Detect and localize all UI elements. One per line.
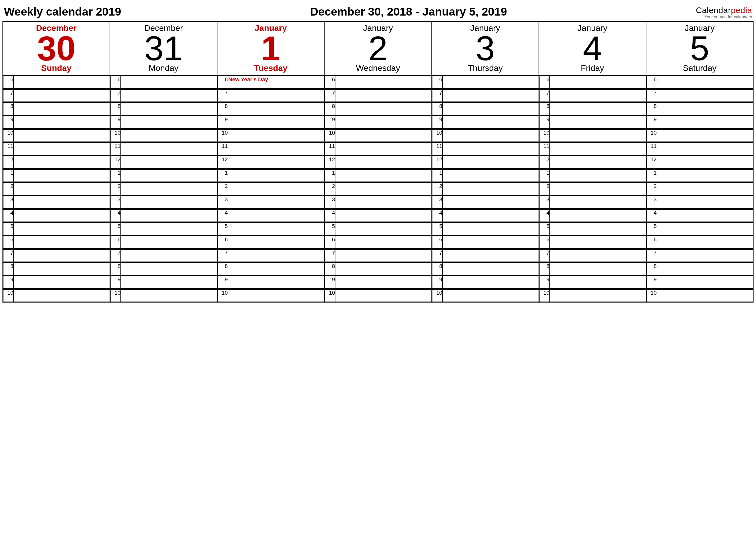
hour-cell[interactable]: 4 (217, 209, 324, 222)
hour-cell[interactable]: 8 (539, 102, 646, 116)
hour-slot[interactable] (657, 116, 753, 128)
hour-cell[interactable]: 10 (3, 129, 110, 142)
hour-slot[interactable] (335, 129, 431, 142)
hour-slot[interactable] (443, 263, 539, 275)
hour-slot[interactable] (228, 209, 324, 222)
hour-slot[interactable] (335, 249, 431, 262)
hour-slot[interactable] (121, 290, 217, 302)
hour-cell[interactable]: 6 (3, 235, 110, 249)
hour-slot[interactable] (335, 143, 431, 155)
hour-cell[interactable]: 6 (539, 235, 646, 249)
hour-cell[interactable]: 10 (110, 129, 217, 142)
hour-slot[interactable] (657, 129, 753, 142)
hour-cell[interactable]: 7 (3, 249, 110, 262)
hour-cell[interactable]: 6 (110, 235, 217, 249)
hour-slot[interactable] (335, 156, 431, 168)
hour-cell[interactable]: 7 (432, 249, 539, 262)
hour-cell[interactable]: 10 (217, 289, 324, 302)
hour-slot[interactable] (443, 156, 539, 168)
hour-cell[interactable]: 5 (3, 222, 110, 235)
hour-slot[interactable] (228, 116, 324, 128)
hour-cell[interactable]: 4 (3, 209, 110, 222)
hour-cell[interactable]: 2 (646, 182, 753, 195)
hour-slot[interactable] (121, 196, 217, 208)
hour-slot[interactable] (335, 196, 431, 208)
hour-slot[interactable] (14, 276, 110, 289)
hour-slot[interactable] (121, 156, 217, 168)
hour-cell[interactable]: 4 (324, 209, 431, 222)
hour-slot[interactable] (121, 276, 217, 289)
hour-slot[interactable] (550, 103, 646, 115)
hour-slot[interactable] (550, 223, 646, 235)
hour-slot[interactable] (550, 236, 646, 248)
hour-cell[interactable]: 9 (646, 116, 753, 129)
hour-cell[interactable]: 8 (3, 262, 110, 276)
hour-slot[interactable] (228, 103, 324, 115)
hour-slot[interactable] (657, 169, 753, 182)
hour-slot[interactable] (657, 290, 753, 302)
hour-cell[interactable]: 10 (324, 289, 431, 302)
hour-cell[interactable]: 9 (217, 116, 324, 129)
hour-cell[interactable]: 7 (324, 89, 431, 102)
hour-cell[interactable]: 9 (3, 276, 110, 289)
hour-slot[interactable] (335, 169, 431, 182)
hour-slot[interactable] (443, 76, 539, 88)
hour-cell[interactable]: 12 (539, 155, 646, 169)
hour-slot[interactable] (657, 236, 753, 248)
hour-cell[interactable]: 5 (217, 222, 324, 235)
hour-cell[interactable]: 3 (432, 195, 539, 209)
hour-slot[interactable] (335, 209, 431, 222)
hour-slot[interactable] (550, 116, 646, 128)
hour-slot[interactable] (335, 276, 431, 289)
hour-slot[interactable] (14, 196, 110, 208)
hour-slot[interactable] (228, 89, 324, 102)
hour-cell[interactable]: 5 (324, 222, 431, 235)
hour-cell[interactable]: 4 (646, 209, 753, 222)
hour-cell[interactable]: 9 (432, 276, 539, 289)
hour-cell[interactable]: 3 (646, 195, 753, 209)
hour-slot[interactable] (443, 103, 539, 115)
hour-slot[interactable] (657, 276, 753, 289)
hour-slot[interactable] (14, 103, 110, 115)
hour-cell[interactable]: 10 (539, 289, 646, 302)
hour-cell[interactable]: 9 (539, 116, 646, 129)
hour-slot[interactable] (335, 263, 431, 275)
hour-slot[interactable] (228, 263, 324, 275)
hour-slot[interactable] (121, 103, 217, 115)
hour-cell[interactable]: 11 (432, 142, 539, 155)
hour-cell[interactable]: 4 (539, 209, 646, 222)
hour-slot[interactable] (443, 249, 539, 262)
hour-slot[interactable] (657, 209, 753, 222)
hour-cell[interactable]: 11 (539, 142, 646, 155)
hour-cell[interactable]: 6 (646, 76, 753, 89)
hour-cell[interactable]: 3 (110, 195, 217, 209)
hour-cell[interactable]: 4 (110, 209, 217, 222)
hour-slot[interactable] (14, 209, 110, 222)
hour-slot[interactable] (14, 116, 110, 128)
hour-cell[interactable]: 10 (432, 129, 539, 142)
hour-slot[interactable] (550, 290, 646, 302)
hour-slot[interactable] (443, 223, 539, 235)
hour-cell[interactable]: 5 (646, 222, 753, 235)
hour-cell[interactable]: 1 (3, 169, 110, 182)
hour-cell[interactable]: 10 (539, 129, 646, 142)
hour-cell[interactable]: 11 (217, 142, 324, 155)
hour-slot[interactable] (121, 129, 217, 142)
hour-slot[interactable] (443, 116, 539, 128)
hour-cell[interactable]: 9 (646, 276, 753, 289)
hour-cell[interactable]: 7 (646, 249, 753, 262)
hour-slot[interactable] (228, 183, 324, 195)
hour-slot[interactable] (121, 89, 217, 102)
hour-cell[interactable]: 8 (432, 262, 539, 276)
hour-cell[interactable]: 8 (3, 102, 110, 116)
hour-slot[interactable] (550, 143, 646, 155)
hour-cell[interactable]: 6 (217, 235, 324, 249)
hour-cell[interactable]: 3 (217, 195, 324, 209)
hour-slot[interactable] (14, 143, 110, 155)
hour-slot[interactable] (550, 276, 646, 289)
hour-cell[interactable]: 9 (539, 276, 646, 289)
hour-slot[interactable] (121, 183, 217, 195)
hour-slot[interactable] (121, 223, 217, 235)
hour-slot[interactable] (121, 143, 217, 155)
hour-cell[interactable]: 10 (217, 129, 324, 142)
